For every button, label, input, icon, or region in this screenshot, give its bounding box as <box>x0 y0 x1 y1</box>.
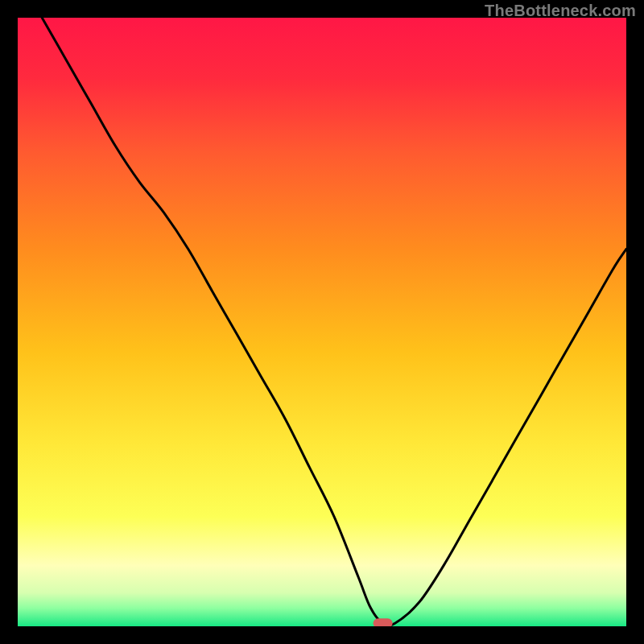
gradient-background <box>18 18 626 626</box>
chart-frame: TheBottleneck.com <box>0 0 644 644</box>
optimal-marker <box>374 618 393 626</box>
watermark-label: TheBottleneck.com <box>485 2 636 20</box>
chart-svg <box>18 18 626 626</box>
plot-area <box>18 18 626 626</box>
